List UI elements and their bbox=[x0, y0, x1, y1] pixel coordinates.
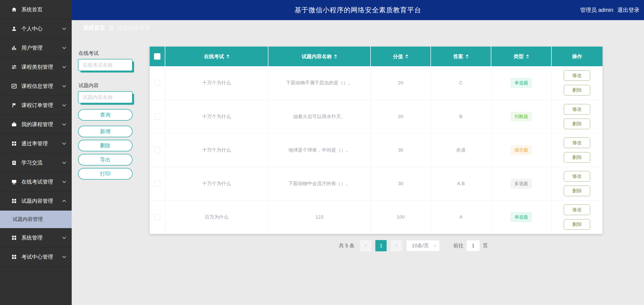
sidebar-item-course-category[interactable]: 课程类别管理 bbox=[0, 57, 72, 77]
table-row: 十万个为什么 油着火后可以用水扑灭。 20 B 判断题 修改 删除 bbox=[150, 100, 602, 133]
cell-exam: 十万个为什么 bbox=[165, 167, 268, 200]
column-header-answer[interactable]: 答案 bbox=[431, 47, 491, 66]
sidebar-item-course-info[interactable]: 课程信息管理 bbox=[0, 77, 72, 96]
row-checkbox[interactable] bbox=[154, 80, 160, 86]
sidebar-subitem-question-content-management[interactable]: 试题内容管理 bbox=[0, 211, 72, 228]
edit-button[interactable]: 修改 bbox=[564, 104, 590, 115]
select-all-checkbox[interactable] bbox=[154, 53, 160, 60]
sidebar-item-label: 考试中心管理 bbox=[21, 253, 62, 260]
question-content-input[interactable] bbox=[78, 91, 133, 103]
grid-icon bbox=[11, 254, 17, 260]
sidebar-item-label: 个人中心 bbox=[21, 25, 62, 32]
row-checkbox[interactable] bbox=[154, 147, 160, 153]
cell-answer: 赤道 bbox=[431, 133, 491, 167]
user-icon bbox=[11, 26, 17, 31]
search-button[interactable]: 查询 bbox=[78, 109, 133, 121]
column-header-exam[interactable]: 在线考试 bbox=[165, 47, 268, 66]
delete-row-button[interactable]: 删除 bbox=[564, 186, 590, 196]
edit-button[interactable]: 修改 bbox=[564, 205, 590, 215]
sidebar-item-label: 通过率管理 bbox=[21, 140, 62, 147]
delete-row-button[interactable]: 删除 bbox=[564, 85, 590, 95]
main-content: 系统首页 试题内容管理 在线考试 试题内容 查询 新增 删除 导出 打印 bbox=[72, 20, 644, 305]
sidebar-item-label: 我的课程管理 bbox=[21, 121, 62, 128]
type-tag: 单选题 bbox=[511, 78, 532, 88]
sidebar-item-my-course[interactable]: 我的课程管理 bbox=[0, 115, 72, 134]
column-header-actions: 操作 bbox=[551, 47, 602, 66]
export-button[interactable]: 导出 bbox=[78, 154, 133, 165]
next-page-button[interactable]: > bbox=[391, 240, 402, 251]
add-button[interactable]: 新增 bbox=[78, 126, 133, 137]
sidebar-item-course-order[interactable]: 课程订单管理 bbox=[0, 96, 72, 115]
sidebar-item-label: 学习交流 bbox=[21, 159, 62, 166]
current-page-button[interactable]: 1 bbox=[375, 240, 387, 251]
chevron-down-icon bbox=[62, 161, 66, 164]
sort-carets-icon bbox=[334, 54, 337, 59]
cell-answer: B bbox=[431, 100, 491, 133]
sidebar-item-question-content[interactable]: 试题内容管理 bbox=[0, 191, 72, 211]
row-checkbox[interactable] bbox=[154, 214, 160, 220]
table-row: 十万个为什么 下面动物不属于昆虫的是（）。 20 C 单选题 修改 删除 bbox=[150, 66, 602, 100]
print-button[interactable]: 打印 bbox=[78, 168, 133, 180]
delete-row-button[interactable]: 删除 bbox=[564, 152, 590, 163]
type-tag: 单选题 bbox=[511, 212, 532, 222]
pagination: 共 5 条 < 1 > 10条/页 前往 页 bbox=[339, 240, 488, 251]
type-tag: 填空题 bbox=[511, 145, 532, 155]
sidebar-item-user-management[interactable]: 用户管理 bbox=[0, 38, 72, 57]
column-header-score[interactable]: 分值 bbox=[371, 47, 431, 66]
sidebar-item-pass-rate[interactable]: 通过率管理 bbox=[0, 134, 72, 153]
delete-button[interactable]: 删除 bbox=[78, 140, 133, 151]
delete-row-button[interactable]: 删除 bbox=[564, 219, 590, 230]
edit-button[interactable]: 修改 bbox=[564, 70, 590, 81]
chevron-down-icon bbox=[62, 27, 66, 30]
table-row: 十万个为什么 地球是个球体，中间是（）。 30 赤道 填空题 修改 删除 bbox=[150, 133, 602, 167]
row-checkbox[interactable] bbox=[154, 114, 160, 120]
monitor-icon bbox=[11, 179, 17, 185]
cell-score: 100 bbox=[371, 200, 431, 234]
cell-question-name: 下面动物中会流汗的有（）。 bbox=[268, 167, 371, 200]
column-header-type[interactable]: 类型 bbox=[491, 47, 551, 66]
exam-name-input[interactable] bbox=[78, 59, 133, 71]
sidebar: 系统首页 个人中心 用户管理 课程类别管理 bbox=[0, 0, 72, 305]
breadcrumb-home[interactable]: 系统首页 bbox=[83, 24, 105, 32]
logout-button[interactable]: 退出登录 bbox=[617, 6, 639, 14]
sidebar-item-home[interactable]: 系统首页 bbox=[0, 0, 72, 19]
sidebar-item-label: 用户管理 bbox=[21, 44, 62, 51]
cell-answer: A,B bbox=[431, 167, 491, 200]
content-filter-label: 试题内容 bbox=[78, 82, 137, 89]
breadcrumb-current: 试题内容管理 bbox=[117, 24, 150, 32]
delete-row-button[interactable]: 删除 bbox=[564, 119, 590, 129]
chevron-down-icon bbox=[62, 47, 66, 49]
chevron-down-icon bbox=[62, 256, 66, 258]
chevron-down-icon bbox=[62, 85, 66, 87]
select-all-header[interactable] bbox=[150, 47, 165, 66]
grid-icon bbox=[11, 198, 17, 204]
prev-page-button[interactable]: < bbox=[360, 240, 371, 251]
row-checkbox[interactable] bbox=[154, 181, 160, 187]
sidebar-item-personal-center[interactable]: 个人中心 bbox=[0, 19, 72, 38]
column-header-question-name[interactable]: 试题内容名称 bbox=[268, 47, 371, 66]
sidebar-item-label: 系统管理 bbox=[21, 234, 62, 241]
app-root: 系统首页 个人中心 用户管理 课程类别管理 bbox=[0, 0, 644, 305]
cell-question-name: 地球是个球体，中间是（）。 bbox=[268, 133, 371, 167]
type-tag: 多选题 bbox=[511, 179, 532, 188]
page-size-select[interactable]: 10条/页 bbox=[406, 240, 440, 251]
goto-suffix-label: 页 bbox=[483, 242, 488, 249]
cell-score: 30 bbox=[371, 133, 431, 167]
goto-page-input[interactable] bbox=[466, 240, 480, 251]
clipboard-icon bbox=[11, 160, 17, 165]
edit-button[interactable]: 修改 bbox=[564, 138, 590, 148]
sidebar-item-label: 课程类别管理 bbox=[21, 63, 62, 71]
total-count-label: 共 5 条 bbox=[339, 242, 354, 249]
cell-exam: 十万个为什么 bbox=[165, 66, 268, 100]
cell-exam: 十万个为什么 bbox=[165, 100, 268, 133]
type-tag: 判断题 bbox=[511, 112, 532, 121]
chevron-down-icon bbox=[62, 142, 66, 145]
table-row: 十万个为什么 下面动物中会流汗的有（）。 30 A,B 多选题 修改 删除 bbox=[150, 167, 602, 200]
sidebar-item-exam-center[interactable]: 考试中心管理 bbox=[0, 247, 72, 266]
sort-carets-icon bbox=[226, 54, 229, 59]
sidebar-item-online-exam[interactable]: 在线考试管理 bbox=[0, 172, 72, 191]
sidebar-item-system-management[interactable]: 系统管理 bbox=[0, 228, 72, 247]
goto-label: 前往 bbox=[453, 242, 463, 249]
edit-button[interactable]: 修改 bbox=[564, 171, 590, 182]
sidebar-item-study-exchange[interactable]: 学习交流 bbox=[0, 153, 72, 172]
